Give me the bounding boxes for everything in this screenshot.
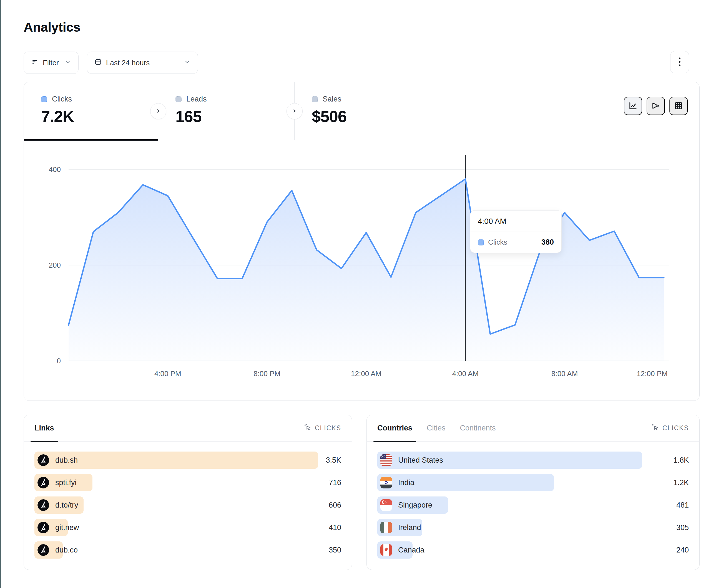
chevron-right-icon (291, 108, 298, 115)
table-view-button[interactable] (669, 97, 688, 115)
left-accent-strip (0, 0, 1, 588)
flag-ca-icon (380, 544, 392, 556)
expand-leads-sales-button[interactable] (286, 103, 303, 119)
dub-logo-icon (38, 477, 49, 489)
tab-continents[interactable]: Continents (460, 415, 496, 441)
grid-table-icon (674, 101, 683, 111)
item-label: git.new (55, 523, 79, 532)
links-metric-selector[interactable]: CLICKS (304, 424, 341, 433)
chevron-down-icon (65, 59, 71, 67)
clicks-legend-square (478, 239, 484, 246)
tooltip-time: 4:00 AM (470, 210, 561, 232)
dub-logo-icon (38, 454, 49, 466)
x-axis-tick: 4:00 AM (452, 369, 479, 378)
countries-panel: Countries Cities Continents CLICKS Unite… (366, 415, 699, 570)
flag-us-icon (380, 454, 392, 466)
date-range-button[interactable]: Last 24 hours (87, 51, 198, 74)
chevron-right-icon (155, 108, 161, 115)
list-item[interactable]: United States1.8K (377, 452, 689, 469)
item-value: 606 (329, 501, 341, 510)
funnel-icon (651, 101, 660, 111)
cursor-click-icon (652, 424, 659, 433)
date-range-label: Last 24 hours (106, 59, 150, 67)
flag-in-icon (380, 477, 392, 489)
item-label: United States (398, 456, 443, 465)
item-value: 716 (329, 478, 341, 487)
item-label: dub.co (55, 546, 78, 555)
y-axis-tick: 200 (49, 261, 61, 269)
item-label: Ireland (398, 523, 421, 532)
item-value: 3.5K (326, 456, 341, 465)
x-axis-tick: 12:00 AM (351, 369, 382, 378)
y-axis-tick: 400 (49, 165, 61, 174)
line-chart-icon (628, 101, 638, 111)
tab-links[interactable]: Links (35, 415, 54, 441)
expand-clicks-leads-button[interactable] (150, 103, 166, 119)
list-item[interactable]: git.new410 (35, 519, 341, 536)
list-item[interactable]: India1.2K (377, 474, 689, 491)
item-label: Singapore (398, 501, 432, 510)
item-value: 350 (329, 546, 341, 555)
x-axis-tick: 4:00 PM (154, 369, 181, 378)
item-value: 240 (676, 546, 689, 555)
cursor-click-icon (304, 424, 311, 433)
item-label: Canada (398, 546, 425, 555)
list-item[interactable]: spti.fyi716 (35, 474, 341, 491)
chart-type-switcher (624, 97, 688, 115)
item-value: 1.2K (673, 478, 689, 487)
item-value: 1.8K (673, 456, 689, 465)
item-label: d.to/try (55, 501, 78, 510)
dub-logo-icon (38, 499, 49, 511)
item-label: spti.fyi (55, 478, 77, 487)
list-item[interactable]: dub.sh3.5K (35, 452, 341, 469)
tab-cities[interactable]: Cities (427, 415, 446, 441)
dub-logo-icon (38, 544, 49, 556)
funnel-view-button[interactable] (647, 97, 665, 115)
chevron-down-icon (184, 59, 191, 67)
x-axis-tick: 8:00 AM (552, 369, 578, 378)
dub-logo-icon (38, 522, 49, 533)
calendar-icon (94, 58, 102, 67)
list-item[interactable]: Singapore481 (377, 496, 689, 514)
list-item[interactable]: Ireland305 (377, 519, 689, 536)
item-label: India (398, 478, 414, 487)
chart-tooltip: 4:00 AM Clicks 380 (470, 210, 562, 253)
item-value: 481 (676, 501, 689, 510)
toolbar: Filter Last 24 hours (24, 51, 198, 74)
more-options-button[interactable] (670, 51, 689, 73)
item-label: dub.sh (55, 456, 78, 465)
list-item[interactable]: d.to/try606 (35, 496, 341, 514)
tooltip-value: 380 (541, 238, 554, 247)
links-metric-label: CLICKS (315, 424, 341, 432)
flag-sg-icon (380, 499, 392, 511)
x-axis-tick: 8:00 PM (254, 369, 280, 378)
tab-countries[interactable]: Countries (377, 415, 412, 441)
list-item[interactable]: dub.co350 (35, 541, 341, 559)
filter-lines-icon (31, 58, 39, 67)
clicks-chart[interactable]: 02004004:00 PM8:00 PM12:00 AM4:00 AM8:00… (24, 82, 700, 401)
analytics-chart-card: Clicks 7.2K Leads 165 Sales $506 (24, 82, 699, 401)
countries-metric-selector[interactable]: CLICKS (652, 424, 689, 433)
line-chart-view-button[interactable] (624, 97, 642, 115)
kebab-menu-icon (676, 57, 683, 67)
countries-metric-label: CLICKS (663, 424, 689, 432)
filter-label: Filter (43, 59, 59, 67)
list-item[interactable]: Canada240 (377, 541, 689, 559)
flag-ie-icon (380, 522, 392, 533)
area-fill (69, 179, 664, 361)
page-title: Analytics (24, 19, 80, 35)
tooltip-series-label: Clicks (488, 238, 507, 247)
links-panel: Links CLICKS dub.sh3.5Kspti.fyi716d.to/t… (24, 415, 352, 570)
x-axis-tick: 12:00 PM (637, 369, 667, 378)
item-value: 410 (329, 523, 341, 532)
filter-button[interactable]: Filter (24, 51, 79, 74)
item-value: 305 (676, 523, 689, 532)
y-axis-tick: 0 (57, 357, 61, 365)
